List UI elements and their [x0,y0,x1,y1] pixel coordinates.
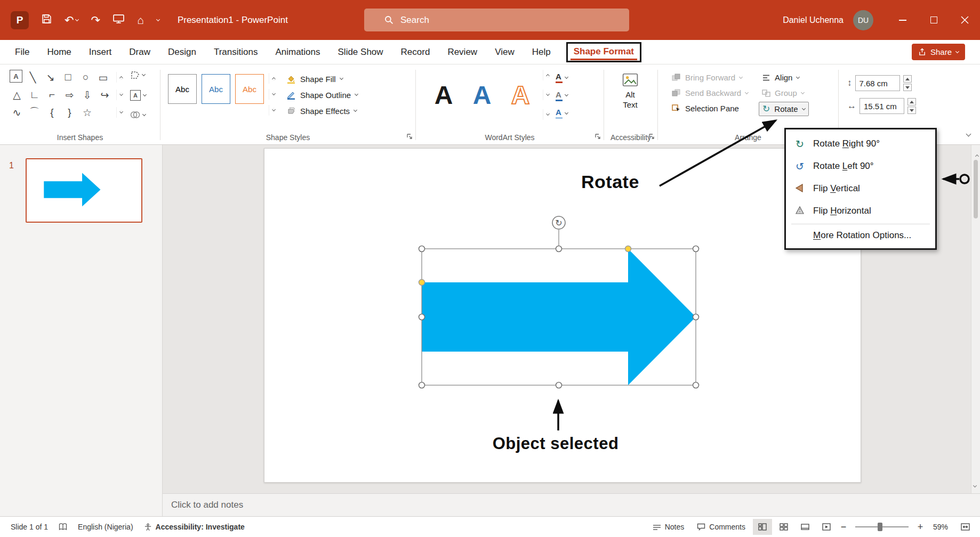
wordart-gallery-more-icon[interactable] [543,109,552,120]
wordart-preset-2[interactable]: A [463,69,501,122]
tab-file[interactable]: File [15,47,29,58]
text-fill-button[interactable]: A [556,72,568,83]
alt-text-button[interactable]: Alt Text [607,68,653,110]
text-outline-button[interactable]: A [556,90,568,101]
tab-transitions[interactable]: Transitions [214,47,258,58]
tab-draw[interactable]: Draw [129,47,150,58]
share-chevron-icon[interactable] [955,49,959,53]
tab-animations[interactable]: Animations [275,47,320,58]
shape-height-input[interactable]: 7.68 cm [855,75,900,91]
shape-arc-icon[interactable]: ⌒ [27,105,42,120]
close-button[interactable] [949,0,980,40]
slideshow-view-button[interactable] [817,519,836,535]
shape-outline-chevron-icon[interactable] [355,92,358,96]
tab-slide-show[interactable]: Slide Show [338,47,383,58]
merge-shapes-chevron-icon[interactable] [142,112,146,116]
collapse-ribbon-chevron-icon[interactable] [967,128,970,138]
user-name[interactable]: Daniel Uchenna [783,15,844,25]
tab-insert[interactable]: Insert [89,47,112,58]
text-outline-chevron-icon[interactable] [565,93,568,96]
text-effects-chevron-icon[interactable] [565,110,568,114]
vertical-scrollbar[interactable] [971,145,980,493]
accessibility-checker-button[interactable]: Accessibility: Investigate [139,523,250,531]
share-button[interactable]: Share [912,44,965,60]
wordart-preset-1[interactable]: A [424,69,463,122]
notes-pane[interactable]: Click to add notes [163,493,980,516]
shape-rounded-rectangle-icon[interactable]: ▭ [96,70,110,85]
wordart-dialog-launcher-icon[interactable] [595,132,601,142]
menu-item-rotate-left-90[interactable]: ↺ Rotate Left 90° [786,155,935,177]
undo-chevron-icon[interactable] [75,17,79,21]
styles-gallery-scroll-up-icon[interactable] [269,73,278,84]
edit-shape-button[interactable] [130,71,146,79]
shape-line-icon[interactable]: ╲ [26,70,40,85]
width-spin-down-button[interactable] [907,107,916,114]
tab-record[interactable]: Record [401,47,430,58]
shape-style-preset-1[interactable]: Abc [168,74,197,104]
text-box-icon[interactable]: A [10,70,22,83]
slide-canvas[interactable] [264,148,861,483]
notes-toggle-button[interactable]: Notes [647,523,690,531]
align-button[interactable]: Align [759,71,808,84]
shape-block-arrow-right-icon[interactable]: ⇨ [62,87,77,102]
slide-sorter-view-button[interactable] [774,519,793,535]
menu-item-rotate-right-90[interactable]: ↻ Rotate Right 90° [786,133,935,155]
shape-bent-arrow-icon[interactable]: ↪ [98,87,112,102]
width-spin-up-button[interactable] [907,98,916,105]
zoom-slider[interactable] [855,526,909,527]
slide-thumbnail[interactable] [26,158,142,223]
shape-fill-button[interactable]: Shape Fill [283,72,361,86]
tab-shape-format[interactable]: Shape Format [574,46,634,56]
redo-button[interactable]: ↷ [91,14,101,26]
shape-right-angle-icon[interactable]: ∟ [27,87,42,102]
accessibility-dialog-launcher-icon[interactable] [648,132,655,142]
shape-fill-chevron-icon[interactable] [340,76,343,80]
customize-qat-chevron-icon[interactable] [156,17,160,21]
scroll-down-icon[interactable] [974,479,976,489]
zoom-out-button[interactable]: − [838,522,849,533]
shape-rectangle-icon[interactable]: □ [61,70,75,85]
wordart-preset-3[interactable]: A [501,69,540,122]
edit-shape-chevron-icon[interactable] [142,72,146,76]
maximize-button[interactable] [918,0,949,40]
shape-triangle-icon[interactable]: △ [10,87,24,102]
scrollbar-thumb[interactable] [974,160,978,218]
shape-width-input[interactable]: 15.51 cm [859,98,904,114]
shape-outline-button[interactable]: Shape Outline [283,88,361,102]
shapes-gallery-scroll-up-icon[interactable] [116,72,126,83]
shape-line-arrow-icon[interactable]: ↘ [43,70,58,85]
undo-button[interactable]: ↶ [65,14,78,26]
shape-oval-icon[interactable]: ○ [78,70,93,85]
shape-style-preset-2[interactable]: Abc [202,74,230,104]
shape-star-icon[interactable]: ☆ [80,105,94,120]
align-chevron-icon[interactable] [796,75,800,78]
wordart-gallery-scroll-up-icon[interactable] [543,70,552,80]
tab-home[interactable]: Home [47,47,71,58]
fit-slide-to-window-button[interactable] [955,519,975,535]
shape-styles-dialog-launcher-icon[interactable] [406,132,413,142]
selection-pane-button[interactable]: Selection Pane [669,102,751,115]
shape-corner-icon[interactable]: ⌐ [45,87,59,102]
menu-item-flip-vertical[interactable]: Flip Vertical [786,177,935,200]
comments-button[interactable]: Comments [692,523,751,531]
shape-left-brace-icon[interactable]: { [45,105,59,120]
menu-item-more-rotation-options[interactable]: More Rotation Options... [786,226,935,245]
zoom-slider-thumb[interactable] [878,523,882,531]
styles-gallery-scroll-down-icon[interactable] [269,89,278,100]
rotate-chevron-icon[interactable] [801,106,805,110]
language-button[interactable]: English (Nigeria) [73,523,138,531]
tab-review[interactable]: Review [447,47,477,58]
search-box[interactable]: Search [364,9,629,31]
height-spin-down-button[interactable] [903,84,912,91]
shape-style-preset-3[interactable]: Abc [235,74,264,104]
shape-scribble-icon[interactable]: ∿ [10,105,24,120]
shape-right-brace-icon[interactable]: } [62,105,77,120]
zoom-level[interactable]: 59% [928,523,953,531]
start-slideshow-icon[interactable] [113,14,124,26]
height-spin-up-button[interactable] [903,75,912,83]
shape-effects-button[interactable]: Shape Effects [283,104,361,118]
draw-text-box-button[interactable]: A [130,90,146,101]
text-effects-button[interactable]: A [556,108,568,119]
merge-shapes-button[interactable] [130,111,146,119]
user-avatar[interactable]: DU [853,10,873,30]
